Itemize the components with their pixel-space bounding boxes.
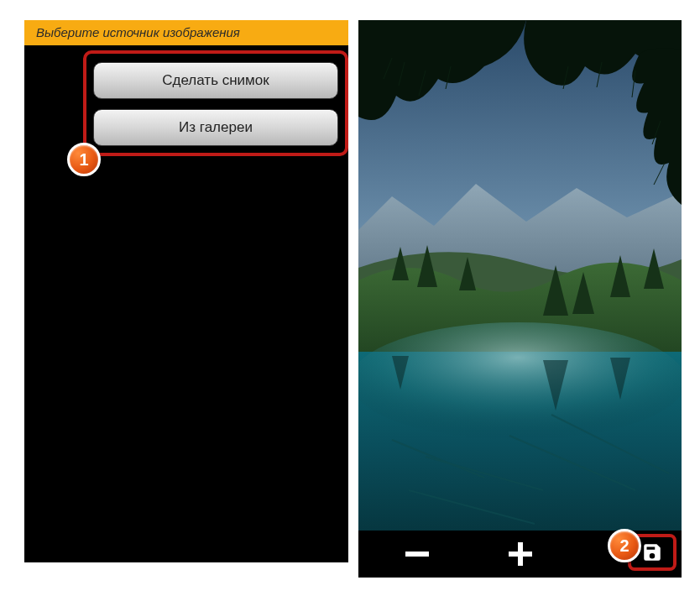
right-phone-screen	[358, 20, 682, 578]
from-gallery-button[interactable]: Из галереи	[93, 109, 338, 146]
callout-1-number: 1	[79, 150, 88, 170]
callout-badge-2: 2	[608, 529, 641, 562]
dialog-title-bar: Выберите источник изображения	[24, 20, 348, 45]
plus-icon	[509, 542, 532, 566]
zoom-out-button[interactable]	[394, 536, 440, 572]
callout-2-number: 2	[619, 536, 629, 556]
svg-point-2	[358, 322, 682, 440]
left-phone-screen: Выберите источник изображения Сделать сн…	[24, 20, 348, 562]
landscape-photo	[358, 20, 682, 534]
minus-icon	[405, 552, 429, 557]
source-options-highlight: Сделать снимок Из галереи	[83, 50, 348, 156]
photo-preview	[358, 20, 682, 534]
from-gallery-label: Из галереи	[179, 119, 253, 136]
dialog-title-text: Выберите источник изображения	[36, 25, 240, 39]
callout-badge-1: 1	[67, 143, 101, 176]
take-photo-button[interactable]: Сделать снимок	[93, 62, 338, 99]
take-photo-label: Сделать снимок	[162, 72, 269, 89]
save-icon	[641, 541, 663, 563]
zoom-in-button[interactable]	[498, 536, 543, 572]
